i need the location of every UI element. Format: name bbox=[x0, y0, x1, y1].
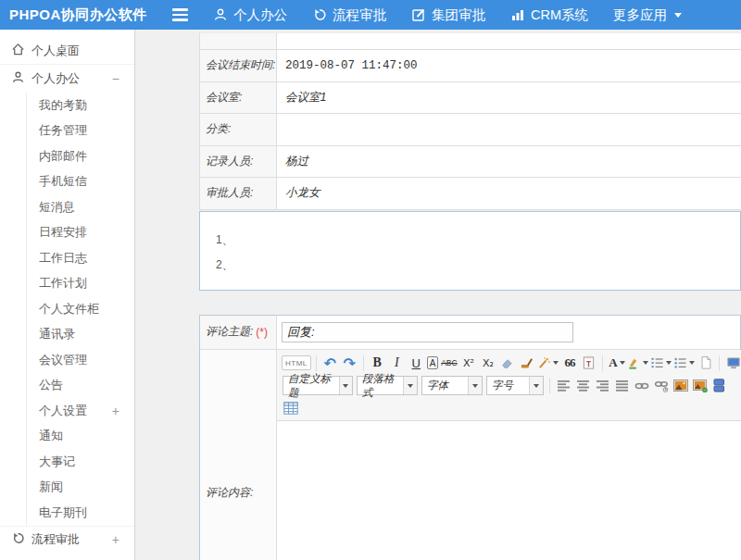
sidebar-item-notice[interactable]: 通知 bbox=[27, 424, 134, 450]
brush-icon bbox=[520, 356, 534, 370]
html-source-button[interactable]: HTML bbox=[282, 355, 311, 370]
align-center-icon bbox=[577, 380, 590, 392]
sidebar-item-big-events[interactable]: 大事记 bbox=[27, 449, 134, 475]
table-row: 记录人员: 杨过 bbox=[200, 146, 741, 179]
top-nav: 个人办公 流程审批 集团审批 CRM系统 更多应用 bbox=[213, 6, 682, 24]
subscript-button[interactable]: X₂ bbox=[479, 354, 496, 372]
sidebar-item-personal-files[interactable]: 个人文件柜 bbox=[27, 296, 134, 322]
table-row: 分类: bbox=[200, 114, 741, 146]
select-label: 段落格式 bbox=[362, 372, 403, 400]
sidebar-label: 内部邮件 bbox=[39, 148, 87, 165]
blockquote-button[interactable]: 66 bbox=[560, 354, 578, 372]
insert-media-button[interactable] bbox=[710, 377, 728, 395]
rich-text-editor: HTML ↶ ↷ B I U A ABC X² bbox=[277, 350, 741, 560]
insert-image-upload-button[interactable] bbox=[691, 377, 709, 395]
sidebar-item-schedule[interactable]: 日程安排 bbox=[27, 220, 134, 246]
highlight-color-button[interactable] bbox=[627, 354, 648, 372]
sidebar-item-meeting-management[interactable]: 会议管理 bbox=[27, 347, 134, 373]
approver-value: 小龙女 bbox=[277, 178, 741, 210]
heading-select[interactable]: 自定义标题 bbox=[283, 376, 353, 395]
italic-button[interactable]: I bbox=[388, 354, 406, 372]
eraser-button[interactable] bbox=[498, 354, 516, 372]
sidebar-label: 个人文件柜 bbox=[39, 301, 99, 317]
sidebar-item-my-attendance[interactable]: 我的考勤 bbox=[27, 93, 134, 118]
meeting-end-time-label: 会议结束时间: bbox=[200, 50, 277, 82]
sidebar-item-work-log[interactable]: 工作日志 bbox=[27, 245, 134, 271]
category-label: 分类: bbox=[200, 114, 277, 146]
table-row: 审批人员: 小龙女 bbox=[200, 178, 741, 210]
insert-table-button[interactable] bbox=[282, 399, 299, 417]
toolbar-divider bbox=[719, 355, 720, 371]
auto-format-button[interactable] bbox=[537, 354, 559, 372]
toolbar-row-2: 自定义标题 段落格式 字体 字号 bbox=[281, 374, 741, 398]
sidebar-item-mobile-sms[interactable]: 手机短信 bbox=[27, 169, 134, 195]
sidebar-item-short-message[interactable]: 短消息 bbox=[27, 194, 134, 220]
sidebar-item-news[interactable]: 新闻 bbox=[27, 475, 134, 501]
unordered-list-button[interactable] bbox=[673, 354, 695, 372]
sidebar-item-personal-office[interactable]: 个人办公 − bbox=[0, 65, 134, 93]
nav-workflow-approval[interactable]: 流程审批 bbox=[312, 6, 386, 24]
font-family-select[interactable]: 字体 bbox=[421, 376, 483, 395]
sidebar-item-e-journal[interactable]: 电子期刊 bbox=[27, 500, 134, 526]
history-icon bbox=[312, 7, 327, 22]
sidebar-label: 日程安排 bbox=[39, 224, 87, 241]
font-style-button[interactable]: A bbox=[427, 356, 439, 369]
caret-down-icon bbox=[339, 377, 352, 394]
preview-button[interactable] bbox=[724, 354, 741, 372]
expand-icon[interactable]: + bbox=[112, 532, 119, 547]
redo-button[interactable]: ↷ bbox=[341, 354, 358, 372]
sidebar-item-contacts[interactable]: 通讯录 bbox=[27, 322, 134, 348]
font-size-select[interactable]: 字号 bbox=[486, 376, 544, 395]
nav-crm-system[interactable]: CRM系统 bbox=[510, 6, 588, 24]
remove-link-button[interactable] bbox=[652, 377, 670, 395]
hamburger-menu-icon[interactable] bbox=[172, 6, 193, 24]
superscript-button[interactable]: X² bbox=[459, 354, 477, 372]
paragraph-format-select[interactable]: 段落格式 bbox=[357, 376, 418, 395]
caret-down-icon bbox=[468, 377, 482, 394]
magic-wand-icon bbox=[537, 356, 551, 370]
app-title: PHPOA协同办公软件 bbox=[0, 6, 172, 24]
sidebar-item-work-plan[interactable]: 工作计划 bbox=[27, 271, 134, 297]
insert-image-button[interactable] bbox=[672, 377, 689, 395]
unordered-list-icon bbox=[673, 356, 687, 369]
comment-subject-input[interactable] bbox=[282, 322, 573, 342]
nav-more-apps[interactable]: 更多应用 bbox=[613, 6, 682, 24]
eraser-icon bbox=[500, 356, 514, 370]
editor-content-area[interactable] bbox=[277, 421, 741, 560]
ordered-list-button[interactable] bbox=[650, 354, 672, 372]
expand-icon[interactable]: + bbox=[112, 404, 119, 418]
align-left-button[interactable] bbox=[555, 377, 572, 395]
format-painter-button[interactable] bbox=[518, 354, 535, 372]
sidebar-item-workflow-approval[interactable]: 流程审批 + bbox=[0, 526, 134, 554]
comment-subject-row: 评论主题: (*) bbox=[200, 316, 740, 350]
sidebar-item-personal-settings[interactable]: 个人设置+ bbox=[27, 398, 134, 424]
align-justify-button[interactable] bbox=[613, 377, 631, 395]
ordered-list-icon bbox=[650, 356, 664, 369]
sidebar-item-internal-mail[interactable]: 内部邮件 bbox=[27, 143, 134, 169]
top-bar: PHPOA协同办公软件 个人办公 流程审批 集团审批 CRM系统 更多应用 bbox=[0, 0, 741, 30]
sidebar-item-desktop[interactable]: 个人桌面 bbox=[0, 37, 134, 65]
nav-personal-office[interactable]: 个人办公 bbox=[213, 6, 287, 24]
table-row bbox=[200, 33, 741, 50]
collapse-icon[interactable]: − bbox=[112, 71, 119, 86]
align-right-button[interactable] bbox=[594, 377, 611, 395]
main-content: 会议结束时间: 2019-08-07 11:47:00 会议室: 会议室1 分类… bbox=[135, 30, 741, 560]
sidebar-item-announcement[interactable]: 公告 bbox=[27, 373, 134, 399]
align-center-button[interactable] bbox=[574, 377, 592, 395]
paste-button[interactable] bbox=[580, 354, 597, 372]
bold-button[interactable]: B bbox=[369, 354, 386, 372]
new-page-button[interactable] bbox=[697, 354, 714, 372]
font-color-button[interactable]: A bbox=[608, 354, 625, 372]
underline-button[interactable]: U bbox=[408, 354, 425, 372]
insert-link-button[interactable] bbox=[633, 377, 650, 395]
undo-button[interactable]: ↶ bbox=[321, 354, 339, 372]
nav-group-approval[interactable]: 集团审批 bbox=[411, 6, 485, 24]
align-left-icon bbox=[558, 380, 571, 392]
sidebar-item-task-management[interactable]: 任务管理 bbox=[27, 118, 134, 144]
history-icon bbox=[11, 531, 31, 548]
meeting-room-value: 会议室1 bbox=[277, 82, 741, 115]
row-value-cell bbox=[277, 33, 741, 50]
approver-label: 审批人员: bbox=[200, 178, 277, 210]
caret-down-icon bbox=[620, 361, 625, 365]
strikethrough-button[interactable]: ABC bbox=[440, 354, 458, 372]
